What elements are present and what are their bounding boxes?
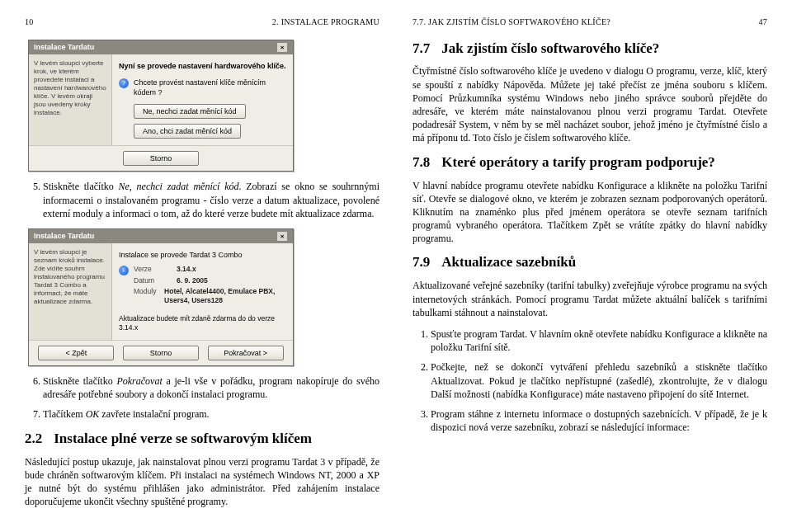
section-7-8-heading: 7.8Které operátory a tarify program podp…	[412, 153, 767, 172]
btn-no-change-code[interactable]: Ne, nechci zadat měnící kód	[134, 104, 246, 119]
dialog1-main: Nyní se provede nastavení hardwarového k…	[112, 54, 293, 146]
left-page: 10 2. INSTALACE PROGRAMU Instalace Tarda…	[25, 16, 380, 516]
close-icon[interactable]: ×	[276, 42, 288, 53]
info-icon: i	[119, 266, 129, 275]
dialog2-note: Aktualizace budete mít zdaně zdarma do d…	[119, 314, 286, 333]
steps-79: Spusťte program Tardat. V hlavním okně o…	[412, 327, 767, 434]
dialog-hw-key: Instalace Tardatu × V levém sloupci vybe…	[28, 40, 294, 172]
step-79-3: Program stáhne z internetu informace o d…	[431, 407, 767, 434]
steps-5: Stiskněte tlačítko Ne, nechci zadat mění…	[25, 180, 380, 220]
section-2-2-heading: 2.2Instalace plné verze se softwarovým k…	[25, 430, 380, 449]
step-5: Stiskněte tlačítko Ne, nechci zadat mění…	[43, 180, 380, 220]
dialog-summary: Instalace Tardatu × V levém sloupci je s…	[28, 228, 294, 366]
close-icon[interactable]: ×	[276, 231, 288, 242]
right-header: 7.7. JAK ZJISTÍM ČÍSLO SOFTWAROVÉHO KLÍČ…	[412, 16, 767, 28]
right-header-text: 7.7. JAK ZJISTÍM ČÍSLO SOFTWAROVÉHO KLÍČ…	[412, 16, 610, 28]
dialog2-sidebar: V levém sloupci je seznam kroků instalac…	[29, 243, 112, 340]
dialog1-title: Instalace Tardatu	[34, 42, 94, 52]
dialog2-back-button[interactable]: < Zpět	[38, 346, 114, 360]
dialog2-main: Instalace se provede Tardat 3 Combo i Ve…	[112, 243, 293, 340]
dialog1-question: Chcete provést nastavení klíče měnícím k…	[134, 78, 286, 97]
left-header-text: 2. INSTALACE PROGRAMU	[272, 16, 380, 28]
dialog1-titlebar: Instalace Tardatu ×	[29, 40, 293, 54]
dialog1-sidebar: V levém sloupci vyberte krok, ve kterém …	[29, 54, 112, 146]
section-7-9-heading: 7.9Aktualizace sazebníků	[412, 253, 767, 272]
step-6: Stiskněte tlačítko Pokračovat a je-li vš…	[43, 374, 380, 401]
step-79-1: Spusťte program Tardat. V hlavním okně o…	[431, 327, 767, 354]
section-7-8-body: V hlavní nabídce programu otevřete nabíd…	[412, 179, 767, 246]
section-7-7-body: Čtyřmístné číslo softwarového klíče je u…	[412, 64, 767, 144]
section-7-7-heading: 7.7Jak zjistím číslo softwarového klíče?	[412, 40, 767, 59]
question-icon: ?	[119, 78, 129, 88]
section-2-2-body: Následující postup ukazuje, jak nainstal…	[25, 455, 380, 509]
section-7-9-body: Aktualizované veřejné sazebníky (tarifní…	[412, 279, 767, 319]
dialog2-headline: Instalace se provede Tardat 3 Combo	[119, 250, 286, 260]
steps-6-7: Stiskněte tlačítko Pokračovat a je-li vš…	[25, 374, 380, 421]
right-page: 7.7. JAK ZJISTÍM ČÍSLO SOFTWAROVÉHO KLÍČ…	[412, 16, 767, 516]
dialog1-heading: Nyní se provede nastavení hardwarového k…	[119, 61, 286, 71]
dialog2-titlebar: Instalace Tardatu ×	[29, 229, 293, 243]
step-7: Tlačítkem OK zavřete instalační program.	[43, 407, 380, 421]
left-header: 10 2. INSTALACE PROGRAMU	[25, 16, 380, 28]
dialog2-next-button[interactable]: Pokračovat >	[208, 346, 284, 360]
left-page-num: 10	[25, 16, 34, 28]
dialog2-title: Instalace Tardatu	[34, 231, 94, 241]
right-page-num: 47	[758, 16, 767, 28]
dialog1-cancel-button[interactable]: Storno	[123, 151, 199, 166]
step-79-2: Počkejte, než se dokončí vytváření přehl…	[431, 360, 767, 401]
btn-yes-change-code[interactable]: Ano, chci zadat měnící kód	[134, 124, 241, 139]
dialog2-cancel-button[interactable]: Storno	[123, 346, 199, 360]
